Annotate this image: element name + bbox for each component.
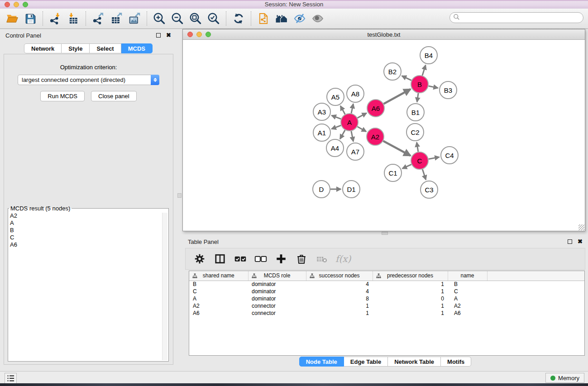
zoom-fit-icon[interactable] bbox=[189, 12, 202, 25]
vertical-split-handle[interactable] bbox=[177, 193, 182, 198]
network-from-file-icon[interactable] bbox=[257, 12, 270, 25]
export-table-icon[interactable] bbox=[110, 12, 123, 25]
add-column-icon[interactable] bbox=[274, 253, 288, 265]
table-row[interactable]: Adominator80A bbox=[189, 295, 584, 302]
graph-node-A1[interactable]: A1 bbox=[313, 124, 331, 142]
graph-edge-C-C4[interactable] bbox=[429, 157, 440, 159]
delete-column-icon[interactable] bbox=[295, 253, 308, 265]
column-header-predecessor-nodes[interactable]: predecessor nodes bbox=[373, 271, 448, 281]
save-session-icon[interactable] bbox=[24, 12, 37, 25]
import-table-icon[interactable] bbox=[67, 12, 80, 25]
graph-node-A8[interactable]: A8 bbox=[346, 85, 364, 103]
run-mcds-button[interactable]: Run MCDS bbox=[40, 91, 85, 101]
horizontal-split-handle[interactable] bbox=[382, 232, 388, 235]
zoom-selected-icon[interactable] bbox=[207, 12, 220, 25]
vertical-split-divider[interactable] bbox=[177, 29, 182, 371]
graph-node-D[interactable]: D bbox=[312, 180, 330, 198]
graph-edge-A6-B[interactable] bbox=[384, 89, 411, 104]
criterion-select[interactable]: largest connected component (directed) bbox=[18, 75, 159, 85]
graph-node-A[interactable]: A bbox=[340, 113, 359, 131]
column-header-name[interactable]: name bbox=[448, 271, 487, 281]
export-network-icon[interactable] bbox=[91, 12, 105, 25]
graph-edge-B-B2[interactable] bbox=[402, 76, 411, 81]
graph-edge-A-A4[interactable] bbox=[340, 130, 345, 139]
graph-node-C3[interactable]: C3 bbox=[420, 181, 438, 199]
graph-node-B4[interactable]: B4 bbox=[420, 46, 438, 64]
tab-motifs[interactable]: Motifs bbox=[441, 357, 471, 367]
graph-edge-A-A7[interactable] bbox=[351, 131, 354, 142]
horizontal-split-divider[interactable] bbox=[182, 231, 588, 235]
graph-node-A5[interactable]: A5 bbox=[326, 88, 344, 106]
graph-edge-C-C3[interactable] bbox=[422, 169, 426, 180]
import-network-icon[interactable] bbox=[48, 12, 62, 25]
window-resize-grip[interactable] bbox=[578, 224, 584, 230]
graph-node-A2[interactable]: A2 bbox=[366, 128, 384, 146]
column-header-shared-name[interactable]: shared name bbox=[189, 271, 248, 281]
network-canvas[interactable]: B4B2BB3A8A5A6A3B1AA1C2A2A4A7C4CC1C3DD1 bbox=[183, 40, 585, 231]
select-all-checkboxes-icon[interactable] bbox=[234, 253, 247, 265]
tab-network-table[interactable]: Network Table bbox=[388, 357, 441, 367]
result-item[interactable]: B bbox=[10, 227, 168, 234]
result-item[interactable]: A2 bbox=[10, 212, 168, 219]
task-history-button[interactable] bbox=[5, 373, 17, 384]
search-input[interactable] bbox=[460, 14, 583, 21]
graph-node-C4[interactable]: C4 bbox=[440, 146, 459, 164]
table-row[interactable]: A6connector11A6 bbox=[189, 310, 584, 317]
open-file-icon[interactable] bbox=[5, 12, 19, 25]
close-panel-icon[interactable]: ✖ bbox=[166, 33, 171, 38]
float-panel-icon[interactable] bbox=[156, 33, 161, 38]
graph-edge-A-A8[interactable] bbox=[351, 104, 353, 114]
graph-edge-C-C2[interactable] bbox=[417, 143, 418, 152]
graph-edge-A-A3[interactable] bbox=[332, 115, 341, 119]
home-view-icon[interactable] bbox=[275, 12, 288, 25]
tab-edge-table[interactable]: Edge Table bbox=[344, 357, 388, 367]
close-table-panel-icon[interactable]: ✖ bbox=[578, 239, 583, 244]
graph-edge-A-A2[interactable] bbox=[357, 127, 366, 132]
result-scrollbar[interactable] bbox=[162, 213, 167, 360]
tab-style[interactable]: Style bbox=[62, 43, 90, 53]
graph-node-C1[interactable]: C1 bbox=[384, 164, 402, 182]
float-table-panel-icon[interactable] bbox=[568, 239, 572, 244]
graph-edge-A-A6[interactable] bbox=[358, 113, 367, 118]
graph-edge-B-B4[interactable] bbox=[422, 65, 425, 76]
zoom-in-icon[interactable] bbox=[153, 12, 166, 25]
search-box[interactable] bbox=[449, 12, 583, 23]
graph-edge-A-A1[interactable] bbox=[332, 125, 341, 129]
graph-edge-B-B3[interactable] bbox=[429, 86, 438, 88]
graph-node-A7[interactable]: A7 bbox=[346, 143, 364, 161]
graph-node-B3[interactable]: B3 bbox=[439, 81, 457, 99]
hide-graphics-details-icon[interactable] bbox=[293, 12, 306, 25]
table-row[interactable]: Bdominator41B bbox=[189, 281, 584, 288]
graph-node-B1[interactable]: B1 bbox=[406, 103, 425, 121]
column-header-MCDS-role[interactable]: MCDS role bbox=[248, 271, 306, 281]
graph-node-A6[interactable]: A6 bbox=[367, 99, 385, 117]
memory-button[interactable]: Memory bbox=[545, 373, 584, 383]
result-item[interactable]: A bbox=[10, 219, 168, 227]
graph-node-A3[interactable]: A3 bbox=[313, 103, 331, 121]
graph-node-C2[interactable]: C2 bbox=[406, 123, 424, 141]
function-builder-icon[interactable]: f(x) bbox=[335, 253, 351, 264]
table-row[interactable]: Cdominator41C bbox=[189, 288, 584, 295]
graph-node-B2[interactable]: B2 bbox=[383, 62, 402, 81]
graph-node-A4[interactable]: A4 bbox=[326, 139, 344, 157]
graph-edge-A-A5[interactable] bbox=[340, 106, 345, 114]
tab-select[interactable]: Select bbox=[90, 43, 121, 53]
result-item[interactable]: A6 bbox=[10, 241, 168, 248]
gear-icon[interactable] bbox=[193, 253, 206, 265]
tab-mcds[interactable]: MCDS bbox=[121, 43, 153, 53]
tab-node-table[interactable]: Node Table bbox=[299, 357, 344, 367]
deselect-all-checkboxes-icon[interactable] bbox=[254, 253, 268, 265]
export-image-icon[interactable] bbox=[128, 12, 141, 25]
graph-edge-A2-C[interactable] bbox=[383, 141, 411, 156]
table-row[interactable]: A2connector11A2 bbox=[189, 302, 584, 310]
column-header-successor-nodes[interactable]: successor nodes bbox=[306, 271, 373, 281]
delete-table-icon[interactable] bbox=[315, 253, 329, 265]
close-panel-button[interactable]: Close panel bbox=[91, 91, 137, 101]
apply-layout-icon[interactable] bbox=[232, 12, 245, 25]
show-graphics-details-icon[interactable] bbox=[311, 12, 325, 25]
graph-edge-C-C1[interactable] bbox=[402, 164, 411, 168]
graph-node-B[interactable]: B bbox=[411, 75, 429, 93]
graph-edge-B-B1[interactable] bbox=[417, 93, 418, 102]
zoom-out-icon[interactable] bbox=[171, 12, 184, 25]
graph-node-D1[interactable]: D1 bbox=[342, 180, 360, 198]
